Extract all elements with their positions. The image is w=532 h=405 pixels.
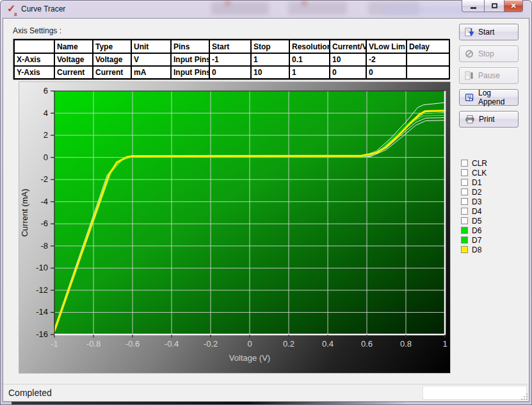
x-tick-label: -0.2 xyxy=(204,339,218,349)
channel-checkbox-d5[interactable] xyxy=(461,217,468,224)
axis-settings-label: Axis Settings : xyxy=(13,26,61,35)
axis-cell[interactable]: Input Pins xyxy=(171,66,209,79)
y-tick-label: -8 xyxy=(40,241,48,251)
axis-table-header: Pins xyxy=(171,40,209,53)
channel-list: CLRCLKD1D2D3D4D5D6D7D8 xyxy=(461,158,487,254)
channel-checkbox-d7[interactable] xyxy=(461,236,468,244)
channel-row-d3: D3 xyxy=(461,197,487,206)
axis-cell[interactable]: 0 xyxy=(366,66,407,79)
axis-cell[interactable]: -2 xyxy=(366,53,407,66)
status-field xyxy=(423,386,527,400)
pause-icon xyxy=(465,71,474,80)
axis-table-header: Unit xyxy=(131,40,171,53)
channel-label: CLK xyxy=(472,169,487,178)
x-tick-label: -0.6 xyxy=(125,339,140,349)
x-tick-label: 1 xyxy=(442,339,447,349)
axis-cell[interactable]: 1 xyxy=(251,53,289,66)
axis-cell[interactable]: Voltage xyxy=(54,53,93,66)
log-append-button[interactable]: Log Append xyxy=(459,89,519,106)
axis-cell[interactable]: Current xyxy=(54,66,93,79)
chart-canvas: 6420-2-4-6-8-10-12-14-16-1-0.8-0.6-0.4-0… xyxy=(19,82,450,373)
channel-checkbox-clk[interactable] xyxy=(461,169,468,176)
x-tick-label: -0.8 xyxy=(86,339,101,349)
y-tick-label: 4 xyxy=(44,108,48,118)
channel-row-d4: D4 xyxy=(461,206,487,216)
glass-reflection xyxy=(211,2,269,15)
channel-row-clr: CLR xyxy=(461,158,487,168)
axis-cell[interactable]: Voltage xyxy=(93,53,131,66)
app-icon: ✓8 xyxy=(7,3,19,15)
title-bar[interactable]: ✓8 Curve Tracer ✕ xyxy=(0,0,532,19)
axis-cell[interactable] xyxy=(407,53,449,66)
maximize-button[interactable] xyxy=(484,0,504,12)
status-bar: Completed xyxy=(3,384,529,401)
x-tick-label: 0.2 xyxy=(283,339,294,349)
channel-checkbox-d3[interactable] xyxy=(461,198,468,205)
channel-label: D6 xyxy=(472,226,481,235)
axis-cell[interactable]: 1 xyxy=(289,66,330,79)
axis-table-header: Current/V xyxy=(330,40,366,53)
axis-cell[interactable]: 10 xyxy=(330,53,366,66)
axis-table-header: Start xyxy=(209,40,251,53)
axis-table-header: Type xyxy=(93,40,131,53)
axis-cell[interactable]: 0 xyxy=(330,66,366,79)
axis-cell[interactable]: 10 xyxy=(251,66,289,79)
channel-row-d7: D7 xyxy=(461,235,487,245)
y-tick-label: -2 xyxy=(40,174,48,184)
axis-row-label: X-Axis xyxy=(14,53,54,66)
close-button[interactable]: ✕ xyxy=(504,0,523,12)
print-button[interactable]: Print xyxy=(459,111,519,128)
pause-button: Pause xyxy=(459,67,519,84)
x-tick-label: 0 xyxy=(247,339,252,349)
x-tick-label: -0.4 xyxy=(165,339,179,349)
axis-row-label: Y-Axis xyxy=(14,66,54,79)
axis-table-header: Delay xyxy=(407,40,449,53)
x-tick-label: 0.4 xyxy=(322,339,334,349)
axis-cell[interactable]: Current xyxy=(93,66,131,79)
window-title: Curve Tracer xyxy=(21,4,65,13)
status-text: Completed xyxy=(8,388,52,398)
axis-table-header: Name xyxy=(54,40,93,53)
channel-label: D1 xyxy=(472,178,481,187)
x-tick-label: 0.8 xyxy=(400,339,412,349)
channel-row-d8: D8 xyxy=(461,245,487,254)
y-tick-label: -12 xyxy=(36,285,48,295)
channel-row-d5: D5 xyxy=(461,216,487,226)
axis-table-header xyxy=(14,40,54,53)
channel-label: D5 xyxy=(472,217,481,226)
y-tick-label: 6 xyxy=(44,86,48,95)
axis-table-header: Stop xyxy=(251,40,289,53)
x-tick-label: 0.6 xyxy=(361,339,373,349)
y-tick-label: -10 xyxy=(36,263,48,272)
channel-row-clk: CLK xyxy=(461,168,487,178)
channel-checkbox-clr[interactable] xyxy=(461,160,468,167)
channel-label: D4 xyxy=(472,207,481,216)
channel-label: D7 xyxy=(472,236,481,245)
axis-cell[interactable] xyxy=(407,66,449,79)
channel-checkbox-d2[interactable] xyxy=(461,188,468,195)
axis-cell[interactable]: 0 xyxy=(209,66,251,79)
axis-cell[interactable]: -1 xyxy=(209,53,251,66)
axis-cell[interactable]: mA xyxy=(131,66,171,79)
x-tick-label: -1 xyxy=(51,339,58,349)
axis-cell[interactable]: V xyxy=(131,53,171,66)
axis-cell[interactable]: Input Pins xyxy=(171,53,209,66)
axis-table-header: Resolution xyxy=(289,40,330,53)
channel-checkbox-d6[interactable] xyxy=(461,227,468,234)
glass-reflection xyxy=(368,2,419,15)
channel-checkbox-d4[interactable] xyxy=(461,208,468,215)
start-button[interactable]: Start xyxy=(459,24,519,40)
y-tick-label: 2 xyxy=(44,130,48,140)
channel-checkbox-d8[interactable] xyxy=(461,246,468,253)
minimize-icon xyxy=(471,7,476,9)
stop-icon xyxy=(465,49,474,58)
channel-checkbox-d1[interactable] xyxy=(461,179,468,186)
y-tick-label: -6 xyxy=(40,219,48,228)
x-axis-title: Voltage (V) xyxy=(229,353,270,363)
stop-button: Stop xyxy=(459,45,519,62)
glass-reflection xyxy=(225,1,230,5)
axis-cell[interactable]: 0.1 xyxy=(289,53,330,66)
minimize-button[interactable] xyxy=(462,0,484,12)
table-row: X-AxisVoltageVoltageVInput Pins-110.110-… xyxy=(14,53,449,66)
resize-grip[interactable] xyxy=(521,393,528,400)
